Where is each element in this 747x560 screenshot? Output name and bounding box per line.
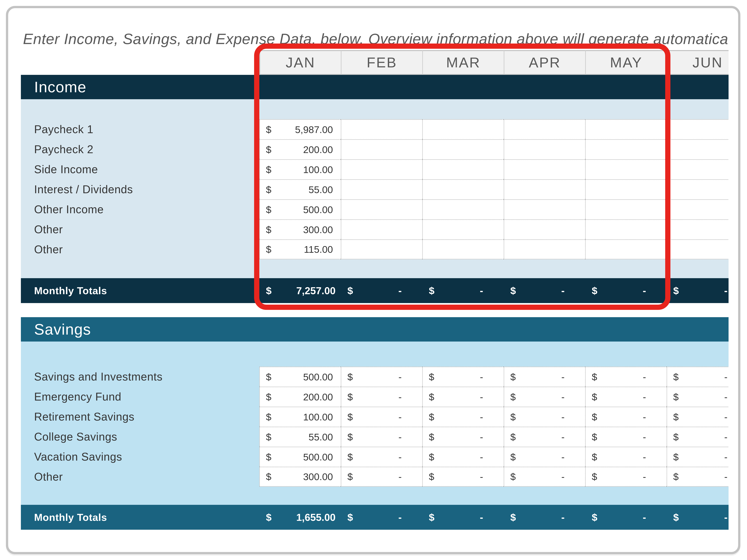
savings-cell-feb[interactable]: $-: [341, 467, 422, 487]
income-cell-mar[interactable]: [422, 239, 504, 259]
savings-cell-jan[interactable]: $500.00: [259, 366, 341, 387]
income-cell-may[interactable]: [585, 219, 667, 239]
income-row-label[interactable]: Other: [21, 219, 259, 239]
savings-row-label[interactable]: Vacation Savings: [21, 447, 259, 467]
income-cell-apr[interactable]: [504, 219, 585, 239]
month-header-apr[interactable]: APR: [504, 50, 585, 75]
savings-cell-may[interactable]: $-: [585, 366, 667, 387]
savings-cell-mar[interactable]: $-: [422, 407, 504, 427]
income-cell-apr[interactable]: [504, 239, 585, 259]
savings-cell-jun[interactable]: $-: [667, 427, 728, 447]
savings-cell-jun[interactable]: $-: [667, 447, 728, 467]
income-cell-apr[interactable]: [504, 179, 585, 199]
income-cell-may[interactable]: [585, 159, 667, 179]
income-row-label[interactable]: Side Income: [21, 159, 259, 179]
savings-row-label[interactable]: Retirement Savings: [21, 407, 259, 427]
savings-cell-mar[interactable]: $-: [422, 366, 504, 387]
income-cell-jun[interactable]: [667, 179, 728, 199]
income-row-label[interactable]: Paycheck 1: [21, 119, 259, 139]
savings-cell-apr[interactable]: $-: [504, 387, 585, 407]
savings-row-label[interactable]: Emergency Fund: [21, 387, 259, 407]
month-header-may[interactable]: MAY: [585, 50, 667, 75]
income-cell-jun[interactable]: [667, 159, 728, 179]
income-row-label[interactable]: Other: [21, 239, 259, 259]
income-cell-jan[interactable]: $55.00: [259, 179, 341, 199]
income-cell-feb[interactable]: [341, 199, 422, 219]
income-cell-jan[interactable]: $115.00: [259, 239, 341, 259]
income-cell-mar[interactable]: [422, 219, 504, 239]
savings-total-apr[interactable]: $-: [504, 511, 585, 523]
income-cell-jun[interactable]: [667, 239, 728, 259]
month-header-feb[interactable]: FEB: [341, 50, 422, 75]
income-cell-jun[interactable]: [667, 199, 728, 219]
savings-cell-apr[interactable]: $-: [504, 366, 585, 387]
income-total-apr[interactable]: $-: [504, 285, 585, 297]
income-cell-apr[interactable]: [504, 159, 585, 179]
savings-cell-may[interactable]: $-: [585, 387, 667, 407]
income-cell-apr[interactable]: [504, 199, 585, 219]
income-total-feb[interactable]: $-: [341, 285, 422, 297]
savings-cell-jun[interactable]: $-: [667, 366, 728, 387]
income-row-label[interactable]: Interest / Dividends: [21, 179, 259, 199]
savings-cell-apr[interactable]: $-: [504, 467, 585, 487]
savings-row-label[interactable]: College Savings: [21, 427, 259, 447]
income-cell-apr[interactable]: [504, 119, 585, 139]
savings-cell-feb[interactable]: $-: [341, 407, 422, 427]
savings-cell-apr[interactable]: $-: [504, 427, 585, 447]
income-cell-feb[interactable]: [341, 119, 422, 139]
income-total-may[interactable]: $-: [585, 285, 667, 297]
income-cell-feb[interactable]: [341, 159, 422, 179]
income-cell-may[interactable]: [585, 139, 667, 159]
savings-cell-mar[interactable]: $-: [422, 427, 504, 447]
savings-total-feb[interactable]: $-: [341, 511, 422, 523]
savings-cell-jan[interactable]: $200.00: [259, 387, 341, 407]
savings-total-jan[interactable]: $1,655.00: [259, 511, 341, 523]
income-cell-feb[interactable]: [341, 219, 422, 239]
income-cell-jun[interactable]: [667, 219, 728, 239]
income-row-label[interactable]: Paycheck 2: [21, 139, 259, 159]
savings-cell-jun[interactable]: $-: [667, 407, 728, 427]
savings-total-jun[interactable]: $-: [667, 511, 728, 523]
savings-cell-apr[interactable]: $-: [504, 447, 585, 467]
income-total-jan[interactable]: $7,257.00: [259, 285, 341, 297]
income-cell-may[interactable]: [585, 239, 667, 259]
savings-total-may[interactable]: $-: [585, 511, 667, 523]
income-cell-mar[interactable]: [422, 159, 504, 179]
income-row-label[interactable]: Other Income: [21, 199, 259, 219]
savings-cell-jan[interactable]: $55.00: [259, 427, 341, 447]
income-cell-mar[interactable]: [422, 119, 504, 139]
income-cell-mar[interactable]: [422, 199, 504, 219]
savings-cell-may[interactable]: $-: [585, 467, 667, 487]
savings-cell-may[interactable]: $-: [585, 407, 667, 427]
income-total-jun[interactable]: $-: [667, 285, 728, 297]
income-cell-jan[interactable]: $200.00: [259, 139, 341, 159]
savings-cell-jan[interactable]: $500.00: [259, 447, 341, 467]
savings-cell-apr[interactable]: $-: [504, 407, 585, 427]
income-cell-mar[interactable]: [422, 179, 504, 199]
savings-cell-jun[interactable]: $-: [667, 387, 728, 407]
savings-cell-mar[interactable]: $-: [422, 447, 504, 467]
savings-cell-may[interactable]: $-: [585, 447, 667, 467]
income-cell-may[interactable]: [585, 179, 667, 199]
savings-cell-feb[interactable]: $-: [341, 366, 422, 387]
savings-cell-jan[interactable]: $100.00: [259, 407, 341, 427]
month-header-mar[interactable]: MAR: [422, 50, 504, 75]
income-cell-jun[interactable]: [667, 119, 728, 139]
income-cell-mar[interactable]: [422, 139, 504, 159]
income-cell-jan[interactable]: $5,987.00: [259, 119, 341, 139]
month-header-jun[interactable]: JUN: [667, 50, 728, 75]
income-cell-jan[interactable]: $500.00: [259, 199, 341, 219]
savings-cell-may[interactable]: $-: [585, 427, 667, 447]
month-header-jan[interactable]: JAN: [259, 50, 341, 75]
savings-cell-feb[interactable]: $-: [341, 447, 422, 467]
income-cell-jun[interactable]: [667, 139, 728, 159]
income-cell-may[interactable]: [585, 119, 667, 139]
savings-cell-mar[interactable]: $-: [422, 467, 504, 487]
income-cell-may[interactable]: [585, 199, 667, 219]
income-cell-jan[interactable]: $300.00: [259, 219, 341, 239]
savings-cell-jan[interactable]: $300.00: [259, 467, 341, 487]
savings-row-label[interactable]: Other: [21, 467, 259, 487]
savings-total-mar[interactable]: $-: [422, 511, 504, 523]
savings-cell-jun[interactable]: $-: [667, 467, 728, 487]
income-cell-jan[interactable]: $100.00: [259, 159, 341, 179]
